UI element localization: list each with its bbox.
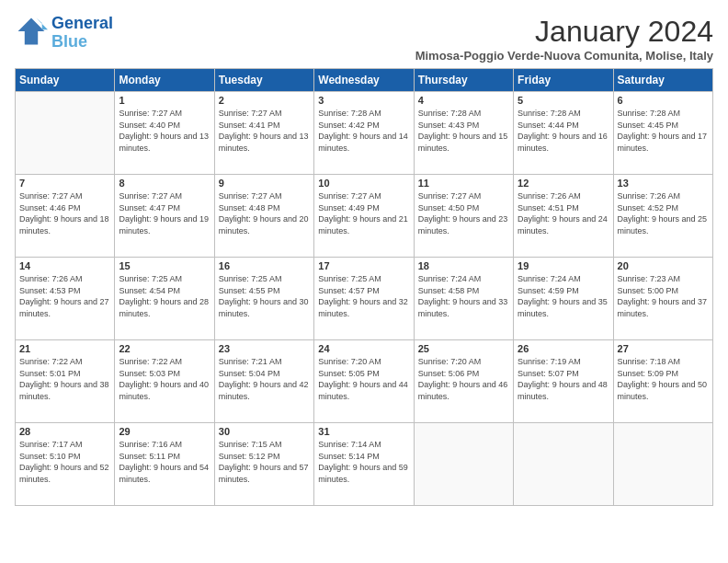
day-number: 5 <box>518 95 609 106</box>
day-info: Sunrise: 7:27 AMSunset: 4:48 PMDaylight:… <box>219 190 310 236</box>
calendar-week-row: 7 Sunrise: 7:27 AMSunset: 4:46 PMDayligh… <box>16 175 713 258</box>
calendar-week-row: 28 Sunrise: 7:17 AMSunset: 5:10 PMDaylig… <box>16 423 713 506</box>
calendar-day-cell: 8 Sunrise: 7:27 AMSunset: 4:47 PMDayligh… <box>115 175 214 258</box>
title-block: January 2024 Mimosa-Poggio Verde-Nuova C… <box>415 15 713 63</box>
day-info: Sunrise: 7:16 AMSunset: 5:11 PMDaylight:… <box>119 439 210 485</box>
day-number: 21 <box>19 343 110 354</box>
location-subtitle: Mimosa-Poggio Verde-Nuova Comunita, Moli… <box>415 49 713 63</box>
day-info: Sunrise: 7:25 AMSunset: 4:57 PMDaylight:… <box>318 273 409 319</box>
weekday-header-tuesday: Tuesday <box>214 69 313 92</box>
calendar-day-cell: 3 Sunrise: 7:28 AMSunset: 4:42 PMDayligh… <box>314 92 414 175</box>
logo-icon <box>15 15 48 52</box>
day-number: 15 <box>119 260 210 271</box>
day-info: Sunrise: 7:25 AMSunset: 4:54 PMDaylight:… <box>119 273 210 319</box>
calendar-day-cell: 29 Sunrise: 7:16 AMSunset: 5:11 PMDaylig… <box>115 423 214 506</box>
day-number: 31 <box>318 426 409 437</box>
day-info: Sunrise: 7:15 AMSunset: 5:12 PMDaylight:… <box>219 439 310 485</box>
day-info: Sunrise: 7:25 AMSunset: 4:55 PMDaylight:… <box>219 273 310 319</box>
day-number: 24 <box>318 343 409 354</box>
calendar-day-cell: 14 Sunrise: 7:26 AMSunset: 4:53 PMDaylig… <box>16 258 115 340</box>
day-number: 6 <box>618 95 709 106</box>
calendar-day-cell: 15 Sunrise: 7:25 AMSunset: 4:54 PMDaylig… <box>115 258 214 340</box>
calendar-day-cell <box>414 423 513 506</box>
day-info: Sunrise: 7:27 AMSunset: 4:40 PMDaylight:… <box>119 108 210 154</box>
weekday-header-monday: Monday <box>115 69 214 92</box>
day-number: 8 <box>119 178 210 189</box>
calendar-day-cell: 6 Sunrise: 7:28 AMSunset: 4:45 PMDayligh… <box>613 92 712 175</box>
calendar-day-cell: 25 Sunrise: 7:20 AMSunset: 5:06 PMDaylig… <box>414 340 513 423</box>
calendar-day-cell: 30 Sunrise: 7:15 AMSunset: 5:12 PMDaylig… <box>214 423 313 506</box>
calendar-day-cell: 16 Sunrise: 7:25 AMSunset: 4:55 PMDaylig… <box>214 258 313 340</box>
day-number: 29 <box>119 426 210 437</box>
day-number: 2 <box>219 95 310 106</box>
weekday-header-friday: Friday <box>514 69 613 92</box>
calendar-header-row: SundayMondayTuesdayWednesdayThursdayFrid… <box>16 69 713 92</box>
day-number: 16 <box>219 260 310 271</box>
day-number: 1 <box>119 95 210 106</box>
calendar-day-cell: 4 Sunrise: 7:28 AMSunset: 4:43 PMDayligh… <box>414 92 513 175</box>
day-number: 20 <box>618 260 709 271</box>
day-info: Sunrise: 7:26 AMSunset: 4:53 PMDaylight:… <box>19 273 110 319</box>
day-number: 25 <box>418 343 509 354</box>
calendar-week-row: 21 Sunrise: 7:22 AMSunset: 5:01 PMDaylig… <box>16 340 713 423</box>
day-info: Sunrise: 7:28 AMSunset: 4:42 PMDaylight:… <box>318 108 409 154</box>
calendar-day-cell: 9 Sunrise: 7:27 AMSunset: 4:48 PMDayligh… <box>214 175 313 258</box>
calendar-week-row: 14 Sunrise: 7:26 AMSunset: 4:53 PMDaylig… <box>16 258 713 340</box>
day-info: Sunrise: 7:23 AMSunset: 5:00 PMDaylight:… <box>618 273 709 319</box>
weekday-header-thursday: Thursday <box>414 69 513 92</box>
calendar-day-cell: 5 Sunrise: 7:28 AMSunset: 4:44 PMDayligh… <box>514 92 613 175</box>
calendar-day-cell: 31 Sunrise: 7:14 AMSunset: 5:14 PMDaylig… <box>314 423 414 506</box>
day-number: 30 <box>219 426 310 437</box>
calendar-day-cell <box>16 92 115 175</box>
day-number: 27 <box>618 343 709 354</box>
calendar-week-row: 1 Sunrise: 7:27 AMSunset: 4:40 PMDayligh… <box>16 92 713 175</box>
calendar-day-cell: 2 Sunrise: 7:27 AMSunset: 4:41 PMDayligh… <box>214 92 313 175</box>
calendar-day-cell: 11 Sunrise: 7:27 AMSunset: 4:50 PMDaylig… <box>414 175 513 258</box>
day-info: Sunrise: 7:21 AMSunset: 5:04 PMDaylight:… <box>219 356 310 402</box>
calendar-table: SundayMondayTuesdayWednesdayThursdayFrid… <box>15 68 713 506</box>
day-info: Sunrise: 7:28 AMSunset: 4:45 PMDaylight:… <box>618 108 709 154</box>
weekday-header-wednesday: Wednesday <box>314 69 414 92</box>
day-info: Sunrise: 7:26 AMSunset: 4:51 PMDaylight:… <box>518 190 609 236</box>
calendar-day-cell: 21 Sunrise: 7:22 AMSunset: 5:01 PMDaylig… <box>16 340 115 423</box>
weekday-header-saturday: Saturday <box>613 69 712 92</box>
day-number: 26 <box>518 343 609 354</box>
calendar-day-cell: 23 Sunrise: 7:21 AMSunset: 5:04 PMDaylig… <box>214 340 313 423</box>
day-info: Sunrise: 7:24 AMSunset: 4:58 PMDaylight:… <box>418 273 509 319</box>
day-info: Sunrise: 7:19 AMSunset: 5:07 PMDaylight:… <box>518 356 609 402</box>
day-number: 18 <box>418 260 509 271</box>
day-info: Sunrise: 7:27 AMSunset: 4:49 PMDaylight:… <box>318 190 409 236</box>
day-number: 28 <box>19 426 110 437</box>
calendar-day-cell: 1 Sunrise: 7:27 AMSunset: 4:40 PMDayligh… <box>115 92 214 175</box>
day-info: Sunrise: 7:28 AMSunset: 4:43 PMDaylight:… <box>418 108 509 154</box>
day-number: 13 <box>618 178 709 189</box>
day-number: 23 <box>219 343 310 354</box>
weekday-header-sunday: Sunday <box>16 69 115 92</box>
calendar-day-cell <box>613 423 712 506</box>
day-info: Sunrise: 7:28 AMSunset: 4:44 PMDaylight:… <box>518 108 609 154</box>
calendar-day-cell: 7 Sunrise: 7:27 AMSunset: 4:46 PMDayligh… <box>16 175 115 258</box>
day-info: Sunrise: 7:27 AMSunset: 4:46 PMDaylight:… <box>19 190 110 236</box>
day-number: 19 <box>518 260 609 271</box>
day-info: Sunrise: 7:27 AMSunset: 4:41 PMDaylight:… <box>219 108 310 154</box>
day-number: 10 <box>318 178 409 189</box>
day-info: Sunrise: 7:27 AMSunset: 4:47 PMDaylight:… <box>119 190 210 236</box>
calendar-day-cell: 26 Sunrise: 7:19 AMSunset: 5:07 PMDaylig… <box>514 340 613 423</box>
day-info: Sunrise: 7:22 AMSunset: 5:01 PMDaylight:… <box>19 356 110 402</box>
calendar-day-cell: 12 Sunrise: 7:26 AMSunset: 4:51 PMDaylig… <box>514 175 613 258</box>
logo: General Blue <box>15 15 113 52</box>
calendar-day-cell <box>514 423 613 506</box>
day-info: Sunrise: 7:17 AMSunset: 5:10 PMDaylight:… <box>19 439 110 485</box>
day-number: 12 <box>518 178 609 189</box>
day-number: 4 <box>418 95 509 106</box>
calendar-day-cell: 27 Sunrise: 7:18 AMSunset: 5:09 PMDaylig… <box>613 340 712 423</box>
calendar-day-cell: 17 Sunrise: 7:25 AMSunset: 4:57 PMDaylig… <box>314 258 414 340</box>
day-info: Sunrise: 7:22 AMSunset: 5:03 PMDaylight:… <box>119 356 210 402</box>
day-number: 7 <box>19 178 110 189</box>
day-info: Sunrise: 7:26 AMSunset: 4:52 PMDaylight:… <box>618 190 709 236</box>
day-number: 22 <box>119 343 210 354</box>
day-info: Sunrise: 7:20 AMSunset: 5:05 PMDaylight:… <box>318 356 409 402</box>
calendar-day-cell: 22 Sunrise: 7:22 AMSunset: 5:03 PMDaylig… <box>115 340 214 423</box>
page-header: General Blue January 2024 Mimosa-Poggio … <box>15 15 713 63</box>
calendar-day-cell: 20 Sunrise: 7:23 AMSunset: 5:00 PMDaylig… <box>613 258 712 340</box>
